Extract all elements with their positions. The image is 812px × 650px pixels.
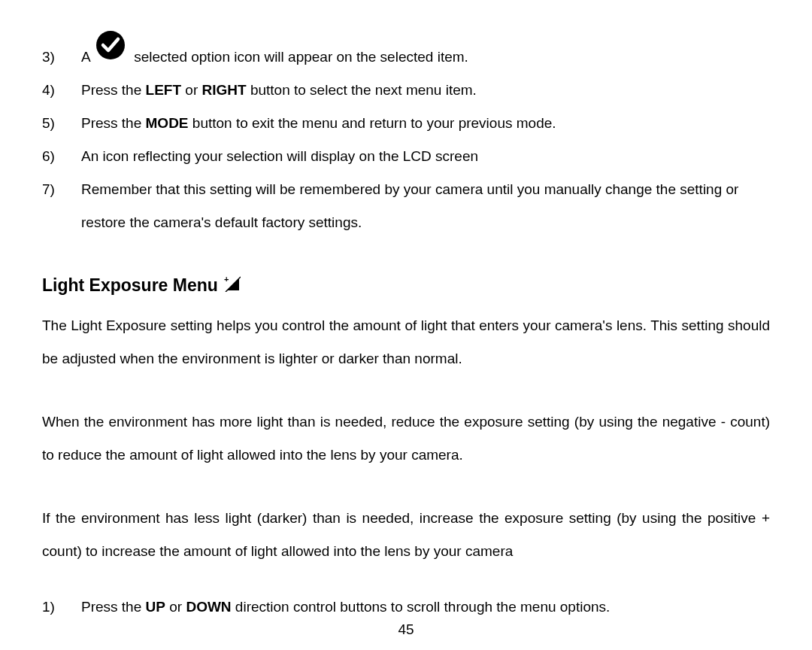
bold-fragment: DOWN [186,599,231,615]
bold-fragment: MODE [146,115,189,131]
list-content: A selected option icon will appear on th… [81,30,770,66]
body-paragraph: The Light Exposure setting helps you con… [42,309,770,375]
list-item: 5) Press the MODE button to exit the men… [42,107,770,140]
list-number: 1) [42,591,81,624]
text-fragment: direction control buttons to scroll thro… [232,599,611,615]
list-number: 4) [42,74,81,107]
list-content: Press the MODE button to exit the menu a… [81,107,770,140]
section-heading: Light Exposure Menu [42,275,218,296]
bold-fragment: UP [146,599,165,615]
list-item: 6) An icon reflecting your selection wil… [42,140,770,173]
list-number: 6) [42,140,81,173]
list-content: Remember that this setting will be remem… [81,173,770,239]
document-page: 3) A selected option icon will appear on… [0,0,812,650]
text-suffix: selected option icon will appear on the … [134,49,468,65]
list-number: 7) [42,173,81,206]
list-item: 4) Press the LEFT or RIGHT button to sel… [42,74,770,107]
bold-fragment: RIGHT [202,82,247,98]
list-item: 7) Remember that this setting will be re… [42,173,770,239]
list-number: 5) [42,107,81,140]
svg-text:+: + [224,275,229,284]
checkmark-circle-icon [95,30,126,65]
page-number: 45 [0,621,812,638]
text-fragment: button to select the next menu item. [247,82,477,98]
text-fragment: Press the [81,82,146,98]
list-item: 3) A selected option icon will appear on… [42,30,770,66]
section-heading-row: Light Exposure Menu + [42,275,770,296]
list-content: An icon reflecting your selection will d… [81,140,770,173]
list-item: 1) Press the UP or DOWN direction contro… [42,591,770,624]
text-fragment: or [181,82,201,98]
instruction-list-lower: 1) Press the UP or DOWN direction contro… [42,591,770,624]
svg-point-0 [96,31,125,59]
exposure-compensation-icon: + [224,275,241,295]
body-paragraph: When the environment has more light than… [42,405,770,472]
text-fragment: or [165,599,186,615]
list-content: Press the UP or DOWN direction control b… [81,591,770,624]
bold-fragment: LEFT [146,82,182,98]
body-paragraph: If the environment has less light (darke… [42,502,770,568]
text-fragment: Press the [81,115,146,131]
text-prefix: A [81,49,94,65]
instruction-list-upper: 3) A selected option icon will appear on… [42,30,770,239]
list-content: Press the LEFT or RIGHT button to select… [81,74,770,107]
list-number: 3) [42,49,81,66]
text-fragment: button to exit the menu and return to yo… [189,115,556,131]
text-fragment: Press the [81,599,146,615]
